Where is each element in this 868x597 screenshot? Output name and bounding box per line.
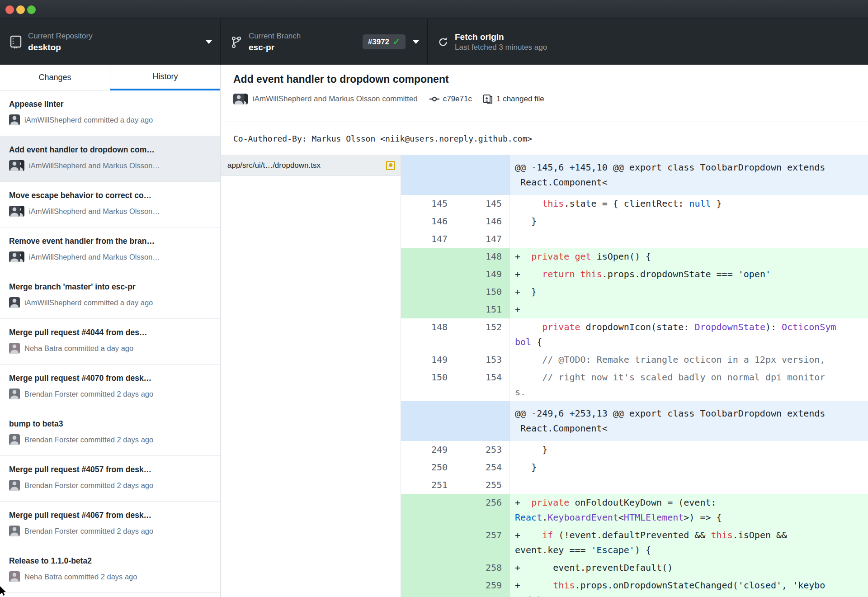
commit-item-byline: iAmWillShepherd and Markus Olsson… bbox=[29, 253, 160, 261]
tab-history[interactable]: History bbox=[110, 65, 220, 90]
new-line-number: 146 bbox=[455, 213, 509, 230]
commit-list-item[interactable]: Add event handler to dropdown com…iAmWil… bbox=[0, 136, 220, 182]
diff-context-line: 250254 } bbox=[401, 459, 868, 476]
avatar bbox=[9, 480, 20, 491]
zoom-button[interactable] bbox=[27, 5, 36, 14]
current-repository-label: Current Repository bbox=[28, 31, 93, 41]
minimize-button[interactable] bbox=[16, 5, 25, 14]
avatar bbox=[9, 343, 20, 354]
diff-line-code: } bbox=[509, 459, 868, 476]
commit-list-item[interactable]: Merge pull request #4044 from des…Neha B… bbox=[0, 319, 220, 365]
pr-status-badge: #3972 ✓ bbox=[363, 34, 406, 49]
old-line-number: 150 bbox=[401, 369, 455, 401]
diff-line-code: } bbox=[509, 441, 868, 459]
pr-number: #3972 bbox=[368, 38, 389, 47]
commit-summary: Add event handler to dropdown component … bbox=[221, 65, 868, 122]
fetch-origin-button[interactable]: Fetch origin Last fetched 3 minutes ago bbox=[428, 19, 635, 65]
toolbar: Current Repository desktop Current Branc… bbox=[0, 19, 868, 65]
chevron-down-icon bbox=[206, 40, 212, 44]
avatar bbox=[9, 160, 24, 171]
commit-item-title: Add event handler to dropdown com… bbox=[9, 144, 213, 155]
commit-item-byline: iAmWillShepherd and Markus Olsson… bbox=[29, 207, 160, 216]
commit-list-item[interactable]: Appease linteriAmWillShepherd committed … bbox=[0, 90, 220, 136]
commit-item-meta: iAmWillShepherd committed a day ago bbox=[9, 297, 213, 308]
new-line-number: 255 bbox=[455, 476, 509, 494]
tab-changes[interactable]: Changes bbox=[0, 65, 110, 90]
diff-context-line: 149153 // @TODO: Remake triangle octicon… bbox=[401, 351, 868, 369]
commit-item-title: Merge pull request #4044 from des… bbox=[9, 327, 213, 338]
diff-added-line: 148+ private get isOpen() { bbox=[401, 248, 868, 265]
commit-item-byline: Brendan Forster committed 2 days ago bbox=[24, 527, 153, 535]
old-line-number bbox=[401, 283, 455, 301]
avatar bbox=[9, 114, 20, 125]
diff-added-line: 149+ return this.props.dropdownState ===… bbox=[401, 265, 868, 283]
diff-line-code: + private onFoldoutKeyDown = (event: Rea… bbox=[509, 494, 868, 526]
chevron-down-icon bbox=[413, 40, 419, 44]
diff-content-row: app/src/ui/t…/dropdown.tsx @@ -145,6 +14… bbox=[221, 155, 868, 597]
old-line-number: 147 bbox=[401, 230, 455, 248]
commit-item-title: Remove event handler from the bran… bbox=[9, 236, 213, 246]
new-line-number: 254 bbox=[455, 459, 509, 476]
avatar bbox=[9, 434, 20, 445]
diff-line-code: + event.preventDefault() bbox=[509, 559, 868, 577]
diff-context-line: 147147 bbox=[401, 230, 868, 248]
commit-sha: c79e71c bbox=[443, 95, 472, 104]
current-branch-button[interactable]: Current Branch esc-pr #3972 ✓ bbox=[221, 19, 428, 65]
diff-view: @@ -145,6 +145,10 @@ export class Toolba… bbox=[401, 155, 868, 597]
commit-list-item[interactable]: Merge pull request #4057 from desk…Brend… bbox=[0, 456, 220, 502]
commit-avatars bbox=[233, 94, 248, 104]
diff-line-code: + private get isOpen() { bbox=[509, 248, 868, 265]
commit-item-byline: iAmWillShepherd and Markus Olsson… bbox=[29, 161, 160, 170]
diff-added-line: 256+ private onFoldoutKeyDown = (event: … bbox=[401, 494, 868, 526]
titlebar bbox=[0, 0, 868, 19]
commit-list-item[interactable]: Merge pull request #4052 from d…Brendan … bbox=[0, 593, 220, 597]
new-line-number: 145 bbox=[455, 195, 509, 213]
diff-added-line: 151+ bbox=[401, 301, 868, 318]
diff-line-code: // right now it's scaled badly on normal… bbox=[509, 369, 868, 401]
commit-detail-panel: Add event handler to dropdown component … bbox=[221, 65, 868, 597]
diff-context-line: 145145 this.state = { clientRect: null } bbox=[401, 195, 868, 213]
commit-item-title: Appease linter bbox=[9, 99, 213, 109]
old-line-number bbox=[401, 526, 455, 559]
changed-file-list: app/src/ui/t…/dropdown.tsx bbox=[221, 155, 401, 597]
old-line-number bbox=[401, 559, 455, 577]
current-repository-button[interactable]: Current Repository desktop bbox=[0, 19, 221, 65]
commit-item-meta: Brendan Forster committed 2 days ago bbox=[9, 526, 213, 536]
diff-line-code: // @TODO: Remake triangle octicon in a 1… bbox=[509, 351, 868, 369]
file-diff-icon bbox=[483, 94, 493, 104]
close-button[interactable] bbox=[5, 5, 14, 14]
commit-item-meta: iAmWillShepherd and Markus Olsson… bbox=[9, 251, 213, 262]
avatar bbox=[9, 571, 20, 582]
diff-context-line: 146146 } bbox=[401, 213, 868, 230]
mouse-cursor bbox=[0, 586, 9, 597]
diff-added-line: 258+ event.preventDefault() bbox=[401, 559, 868, 577]
diff-hunk-header: @@ -145,6 +145,10 @@ export class Toolba… bbox=[401, 155, 868, 195]
commit-list-item[interactable]: Remove event handler from the bran…iAmWi… bbox=[0, 227, 220, 273]
new-line-number: 147 bbox=[455, 230, 509, 248]
current-repository-value: desktop bbox=[28, 42, 93, 53]
commit-list-item[interactable]: Merge pull request #4070 from desk…Brend… bbox=[0, 365, 220, 410]
commit-history-list: Appease linteriAmWillShepherd committed … bbox=[0, 90, 220, 597]
commit-item-byline: iAmWillShepherd committed a day ago bbox=[24, 116, 153, 124]
commit-list-item[interactable]: Release to 1.1.0-beta2Neha Batra committ… bbox=[0, 547, 220, 593]
commit-item-byline: Neha Batra committed a day ago bbox=[24, 344, 133, 353]
new-line-number: 154 bbox=[455, 369, 509, 401]
diff-line-code: this.state = { clientRect: null } bbox=[509, 195, 868, 213]
diff-context-line: 150154 // right now it's scaled badly on… bbox=[401, 369, 868, 401]
changed-files-count: 1 changed file bbox=[496, 95, 544, 104]
diff-line-code bbox=[509, 230, 868, 248]
commit-item-title: Release to 1.1.0-beta2 bbox=[9, 555, 213, 566]
diff-context-line: 249253 } bbox=[401, 441, 868, 459]
commit-list-item[interactable]: Merge branch 'master' into esc-priAmWill… bbox=[0, 273, 220, 319]
old-line-number: 251 bbox=[401, 476, 455, 494]
commit-item-meta: iAmWillShepherd and Markus Olsson… bbox=[9, 160, 213, 171]
commit-item-byline: Brendan Forster committed 2 days ago bbox=[24, 436, 153, 444]
file-list-item[interactable]: app/src/ui/t…/dropdown.tsx bbox=[221, 155, 401, 176]
commit-item-meta: Brendan Forster committed 2 days ago bbox=[9, 480, 213, 491]
new-line-number: 148 bbox=[455, 248, 509, 265]
commit-list-item[interactable]: Merge pull request #4067 from desk…Brend… bbox=[0, 502, 220, 547]
commit-list-item[interactable]: bump to beta3Brendan Forster committed 2… bbox=[0, 410, 220, 456]
commit-list-item[interactable]: Move escape behavior to correct co…iAmWi… bbox=[0, 182, 220, 227]
fetch-origin-subtitle: Last fetched 3 minutes ago bbox=[455, 43, 547, 52]
diff-line-code: + return this.props.dropdownState === 'o… bbox=[509, 265, 868, 283]
